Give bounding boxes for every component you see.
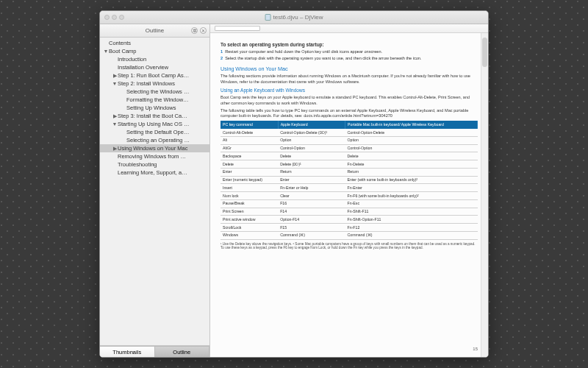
table-cell: Alt bbox=[220, 136, 278, 144]
outline-item[interactable]: ▶Step 1: Run Boot Camp As… bbox=[100, 71, 209, 79]
scrollbar[interactable] bbox=[481, 33, 488, 357]
outline-item[interactable]: Selecting an Operating … bbox=[100, 136, 209, 144]
outline-label: Troubleshooting bbox=[118, 161, 157, 168]
tab-thumbnails[interactable]: Thumbnails bbox=[100, 346, 154, 357]
table-row: Enter (numeric keypad)EnterEnter (with s… bbox=[220, 176, 478, 184]
sidebar-header: Outline ✲ × bbox=[100, 24, 209, 38]
disclosure-icon[interactable]: ▶ bbox=[112, 113, 118, 118]
table-cell: Num lock bbox=[220, 192, 278, 200]
page-number: 15 bbox=[473, 347, 478, 353]
section-para-3: The following table tells you how to typ… bbox=[220, 108, 478, 119]
sidebar-tabs: Thumbnails Outline bbox=[100, 345, 209, 357]
outline-label: Step 1: Run Boot Camp As… bbox=[118, 72, 189, 79]
footnote: ¹ Use the Delete key above the navigatio… bbox=[220, 242, 478, 250]
outline-item[interactable]: Formatting the Window… bbox=[100, 96, 209, 104]
table-cell: Enter (numeric keypad) bbox=[220, 176, 278, 184]
outline-item[interactable]: Troubleshooting bbox=[100, 160, 209, 169]
table-cell: Fn-Delete bbox=[345, 160, 478, 169]
outline-item[interactable]: Setting Up Windows bbox=[100, 104, 209, 112]
table-cell: F14 bbox=[278, 208, 345, 216]
table-cell: Control-Option-Delete (⌦)¹ bbox=[278, 129, 345, 136]
outline-label: Installation Overview bbox=[118, 64, 168, 71]
table-cell: Return bbox=[345, 168, 478, 176]
outline-item[interactable]: Selecting the Windows … bbox=[100, 88, 209, 96]
outline-label: Using Windows on Your Mac bbox=[118, 145, 187, 152]
disclosure-icon[interactable]: ▼ bbox=[112, 81, 118, 86]
table-header: Apple Keyboard bbox=[278, 121, 345, 129]
outline-item[interactable]: ▼Step 2: Install Windows bbox=[100, 79, 209, 88]
disclosure-icon[interactable]: ▼ bbox=[112, 121, 118, 127]
window-body: Outline ✲ × Contents▼Boot CampIntroducti… bbox=[100, 24, 488, 357]
table-row: Print ScreenF14Fn-Shift-F11 bbox=[220, 208, 478, 216]
document-page[interactable]: To select an operating system during sta… bbox=[210, 33, 488, 357]
table-row: BackspaceDeleteDelete bbox=[220, 152, 478, 160]
table-cell: Control-Option-Delete bbox=[345, 129, 478, 136]
sidebar-title: Outline bbox=[146, 27, 164, 34]
tab-outline[interactable]: Outline bbox=[154, 346, 210, 357]
outline-label: Contents bbox=[109, 40, 131, 46]
outline-label: Starting Up Using Mac OS … bbox=[118, 121, 190, 127]
outline-label: Step 3: Install the Boot Ca… bbox=[118, 113, 187, 119]
table-cell: AltGr bbox=[220, 144, 278, 152]
table-cell: Fn-Shift-Option-F11 bbox=[345, 216, 478, 224]
disclosure-icon[interactable]: ▶ bbox=[112, 146, 118, 151]
section-heading-2: Using an Apple Keyboard with Windows bbox=[220, 88, 478, 93]
table-cell: Fn-Enter bbox=[345, 184, 478, 192]
outline-item[interactable]: ▶Step 3: Install the Boot Ca… bbox=[100, 112, 209, 120]
table-cell: Fn-Enter or Help bbox=[278, 184, 345, 192]
step: 1Restart your computer and hold down the… bbox=[220, 49, 478, 54]
outline-label: Removing Windows from … bbox=[118, 153, 186, 160]
table-cell: Enter bbox=[220, 168, 278, 176]
table-cell: Insert bbox=[220, 184, 278, 192]
table-cell: Print Screen bbox=[220, 208, 278, 216]
scrollbar-thumb[interactable] bbox=[482, 38, 487, 67]
table-row: Scroll/LockF15Fn-F12 bbox=[220, 224, 478, 232]
outline-item[interactable]: Contents bbox=[100, 39, 209, 47]
section-para-2: Boot Camp sets the keys on your Apple ke… bbox=[220, 95, 478, 106]
table-row: Pause/BreakF16Fn-Esc bbox=[220, 199, 478, 208]
minimize-icon[interactable] bbox=[112, 15, 117, 20]
table-row: EnterReturnReturn bbox=[220, 168, 478, 176]
table-cell: Backspace bbox=[220, 152, 278, 160]
table-cell: Windows bbox=[220, 231, 278, 239]
table-cell: Pause/Break bbox=[220, 199, 278, 208]
outline-label: Step 2: Install Windows bbox=[118, 80, 175, 87]
table-header: PC key command bbox=[220, 121, 278, 129]
table-cell: Fn-Esc bbox=[345, 199, 478, 208]
table-cell: Fn-Shift-F11 bbox=[345, 208, 478, 216]
outline-label: Introduction bbox=[118, 56, 146, 63]
outline-item[interactable]: Setting the Default Ope… bbox=[100, 128, 209, 136]
outline-item[interactable]: Introduction bbox=[100, 55, 209, 63]
step: 2Select the startup disk with the operat… bbox=[220, 56, 478, 61]
outline-label: Formatting the Window… bbox=[126, 96, 189, 103]
zoom-icon[interactable] bbox=[119, 15, 124, 20]
table-cell: Delete bbox=[278, 152, 345, 160]
document-icon bbox=[265, 14, 271, 21]
outline-item[interactable]: Learning More, Support, a… bbox=[100, 169, 209, 177]
close-icon[interactable] bbox=[104, 15, 110, 20]
sidebar: Outline ✲ × Contents▼Boot CampIntroducti… bbox=[100, 24, 210, 357]
table-row: AltOptionOption bbox=[220, 136, 478, 144]
table-cell: Control-Option bbox=[278, 144, 345, 152]
page-field[interactable] bbox=[215, 26, 260, 31]
outline-item[interactable]: Removing Windows from … bbox=[100, 152, 209, 160]
disclosure-icon[interactable]: ▼ bbox=[103, 49, 109, 54]
content-pane: To select an operating system during sta… bbox=[210, 24, 488, 357]
outline-item[interactable]: Installation Overview bbox=[100, 63, 209, 71]
outline-item[interactable]: ▼Boot Camp bbox=[100, 47, 209, 55]
keyboard-table: PC key commandApple KeyboardPortable Mac… bbox=[220, 121, 478, 239]
table-cell: Delete (⌦)¹ bbox=[278, 160, 345, 169]
table-cell: Control-Option bbox=[345, 144, 478, 152]
disclosure-icon[interactable]: ▶ bbox=[112, 73, 118, 78]
content-toolbar bbox=[210, 24, 488, 33]
outline-tree[interactable]: Contents▼Boot CampIntroductionInstallati… bbox=[100, 38, 209, 345]
table-cell: Option bbox=[278, 136, 345, 144]
gear-icon[interactable]: ✲ bbox=[191, 27, 198, 34]
titlebar[interactable]: test6.djvu – DjView bbox=[100, 11, 488, 24]
outline-item[interactable]: ▼Starting Up Using Mac OS … bbox=[100, 120, 209, 128]
outline-item[interactable]: ▶Using Windows on Your Mac bbox=[100, 144, 209, 152]
select-os-steps: 1Restart your computer and hold down the… bbox=[220, 49, 478, 61]
close-panel-icon[interactable]: × bbox=[200, 27, 207, 34]
select-os-heading: To select an operating system during sta… bbox=[220, 42, 478, 48]
table-row: DeleteDelete (⌦)¹Fn-Delete bbox=[220, 160, 478, 169]
